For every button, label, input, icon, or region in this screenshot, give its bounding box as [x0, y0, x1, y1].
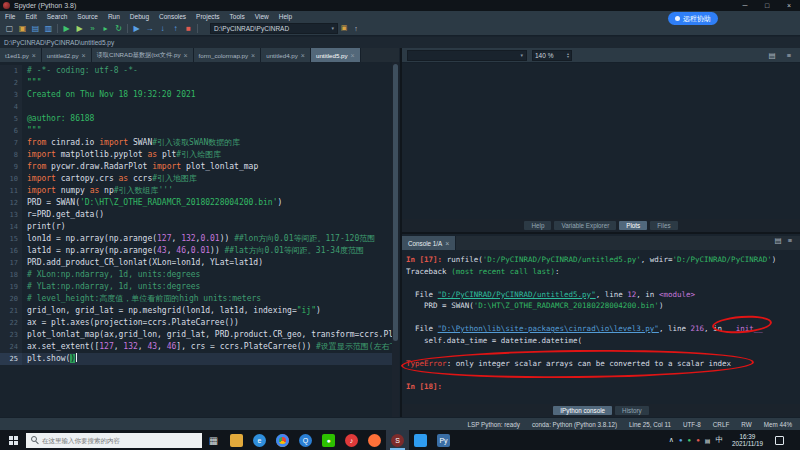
code-line[interactable]: 17PRD.add_product_CR_lonlat(XLon=lon1d, … — [0, 257, 392, 269]
editor-tab-untitled5.py[interactable]: untitled5.py× — [311, 48, 361, 62]
menu-source[interactable]: Source — [72, 13, 103, 20]
netease-music-taskbar-button[interactable]: ♪ — [340, 430, 363, 450]
python-taskbar-button[interactable]: Py — [432, 430, 455, 450]
step-into-icon[interactable]: ↓ — [156, 22, 169, 35]
menu-tools[interactable]: Tools — [225, 13, 250, 20]
code-line[interactable]: 16lat1d = np.array(np.arange(43, 46,0.01… — [0, 245, 392, 257]
editor-scrollbar[interactable] — [392, 62, 399, 417]
code-line[interactable]: 22ax = plt.axes(projection=ccrs.PlateCar… — [0, 317, 392, 329]
edge-browser-taskbar-button[interactable]: e — [248, 430, 271, 450]
code-line[interactable]: 12PRD = SWAN('D:\HT\Z_OTHE_RADAMCR_20180… — [0, 197, 392, 209]
close-tab-icon[interactable]: × — [301, 52, 305, 59]
new-file-icon[interactable]: ▢ — [3, 22, 16, 35]
pane-tab-ipython-console[interactable]: IPython console — [553, 406, 612, 415]
run-selection-icon[interactable]: ▸ — [99, 22, 112, 35]
close-tab-icon[interactable]: × — [251, 52, 255, 59]
menu-help[interactable]: Help — [274, 13, 297, 20]
remote-assist-badge[interactable]: 远程协助 — [668, 12, 718, 25]
close-tab-icon[interactable]: × — [183, 52, 187, 59]
run-cell-icon[interactable]: ▶ — [73, 22, 86, 35]
code-line[interactable]: 9from pycwr.draw.RadarPlot import plot_l… — [0, 161, 392, 173]
code-line[interactable]: 20# level_height:高度值，单位看前面的high units:me… — [0, 293, 392, 305]
wechat-taskbar-button[interactable]: ● — [317, 430, 340, 450]
firefox-browser-taskbar-button[interactable] — [363, 430, 386, 450]
code-line[interactable]: 24ax.set_extent([127, 132, 43, 46], crs … — [0, 341, 392, 353]
spin-down-icon[interactable]: ▾ — [567, 55, 569, 59]
stop-icon[interactable]: ■ — [182, 22, 195, 35]
console-output[interactable]: In [17]: runfile('D:/PyCINRAD/PyCINRAD/u… — [402, 250, 800, 404]
vscode-taskbar-button[interactable] — [409, 430, 432, 450]
minimize-button[interactable]: ─ — [734, 0, 756, 11]
menu-file[interactable]: File — [0, 13, 20, 20]
close-button[interactable]: × — [778, 0, 800, 11]
code-line[interactable]: 11import numpy as np#引入数组库''' — [0, 185, 392, 197]
console-options-icon[interactable]: ≡ — [784, 236, 796, 250]
run-icon[interactable]: ▶ — [60, 22, 73, 35]
editor-tab-untitled2.py[interactable]: untitled2.py× — [42, 48, 92, 62]
code-line[interactable]: 5@author: 86188 — [0, 113, 392, 125]
close-tab-icon[interactable]: × — [445, 240, 449, 247]
chrome-browser-taskbar-button[interactable] — [271, 430, 294, 450]
editor-tab-t1ed1.py[interactable]: t1ed1.py× — [0, 48, 42, 62]
code-line[interactable]: 3Created on Thu Nov 18 19:32:20 2021 — [0, 89, 392, 101]
menu-projects[interactable]: Projects — [191, 13, 224, 20]
code-line[interactable]: 25plt.show() — [0, 353, 392, 365]
code-line[interactable]: 18# XLon:np.ndarray, 1d, units:degrees — [0, 269, 392, 281]
taskbar-search-input[interactable] — [26, 433, 202, 448]
code-line[interactable]: 1# -*- coding: utf-8 -*- — [0, 65, 392, 77]
menu-view[interactable]: View — [250, 13, 274, 20]
action-center-icon[interactable] — [775, 436, 784, 445]
tray-app-2-icon[interactable]: ● — [688, 437, 692, 443]
menu-debug[interactable]: Debug — [125, 13, 154, 20]
pane-tab-plots[interactable]: Plots — [619, 221, 647, 230]
code-line[interactable]: 2""" — [0, 77, 392, 89]
code-line[interactable]: 15lon1d = np.array(np.arange(127, 132,0.… — [0, 233, 392, 245]
editor-tab-cinrad-txt-.py[interactable]: 读取CINRAD基数据(txt文件.py× — [92, 48, 194, 62]
run-cell-advance-icon[interactable]: » — [86, 22, 99, 35]
editor-tab-form-colormap.py[interactable]: form_colormap.py× — [194, 48, 262, 62]
open-file-icon[interactable]: ▣ — [16, 22, 29, 35]
tray-app-1-icon[interactable]: ● — [679, 437, 683, 443]
code-line[interactable]: 8import matplotlib.pyplot as plt#引入绘图库 — [0, 149, 392, 161]
code-line[interactable]: 4 — [0, 101, 392, 113]
console-tab[interactable]: Console 1/A × — [402, 236, 456, 250]
pane-tab-history[interactable]: History — [615, 406, 649, 415]
file-explorer-taskbar-button[interactable] — [225, 430, 248, 450]
code-line[interactable]: 14print(r) — [0, 221, 392, 233]
save-icon[interactable]: ▤ — [29, 22, 42, 35]
pane-tab-files[interactable]: Files — [650, 221, 677, 230]
plots-options-icon[interactable]: ≡ — [783, 51, 795, 60]
debug-icon[interactable]: ▶ — [130, 22, 143, 35]
task-view-taskbar-button[interactable]: ▦ — [202, 430, 225, 450]
plot-list-combo[interactable]: ▾ — [407, 50, 527, 61]
rerun-icon[interactable]: ↻ — [112, 22, 125, 35]
tray-expand-icon[interactable]: ∧ — [669, 436, 674, 444]
console-pane-icon[interactable]: ▤ — [772, 236, 784, 250]
step-over-icon[interactable]: → — [143, 22, 156, 35]
menu-search[interactable]: Search — [42, 13, 73, 20]
code-line[interactable]: 19# YLat:np.ndarray, 1d, units:degrees — [0, 281, 392, 293]
close-tab-icon[interactable]: × — [82, 52, 86, 59]
ime-indicator[interactable]: 中 — [715, 435, 723, 445]
code-line[interactable]: 13r=PRD.get_data() — [0, 209, 392, 221]
zoom-spinbox[interactable]: 140 % ▴ ▾ — [532, 50, 572, 61]
working-directory-combo[interactable]: D:\PyCINRAD\PyCINRAD ▾ — [210, 23, 338, 34]
scrollbar-thumb[interactable] — [393, 64, 398, 341]
editor-tab-untitled4.py[interactable]: untitled4.py× — [261, 48, 311, 62]
menu-consoles[interactable]: Consoles — [154, 13, 191, 20]
menu-edit[interactable]: Edit — [20, 13, 41, 20]
pane-tab-help[interactable]: Help — [524, 221, 551, 230]
code-line[interactable]: 7from cinrad.io import SWAN#引入读取SWAN数据的库 — [0, 137, 392, 149]
close-tab-icon[interactable]: × — [351, 52, 355, 59]
taskbar-clock[interactable]: 16:39 2021/11/19 — [728, 433, 767, 448]
code-editor[interactable]: 1# -*- coding: utf-8 -*-2"""3Created on … — [0, 62, 392, 417]
menu-run[interactable]: Run — [103, 13, 125, 20]
tray-volume-icon[interactable]: ▤ — [705, 437, 711, 444]
save-all-icon[interactable]: ▥ — [42, 22, 55, 35]
plots-undock-icon[interactable]: ▤ — [766, 51, 778, 60]
code-line[interactable]: 21grid_lon, grid_lat = np.meshgrid(lon1d… — [0, 305, 392, 317]
code-line[interactable]: 23plot_lonlat_map(ax,grid_lon, grid_lat,… — [0, 329, 392, 341]
start-button[interactable] — [0, 430, 26, 450]
code-line[interactable]: 6""" — [0, 125, 392, 137]
browse-workdir-icon[interactable]: ▣ — [338, 24, 350, 32]
